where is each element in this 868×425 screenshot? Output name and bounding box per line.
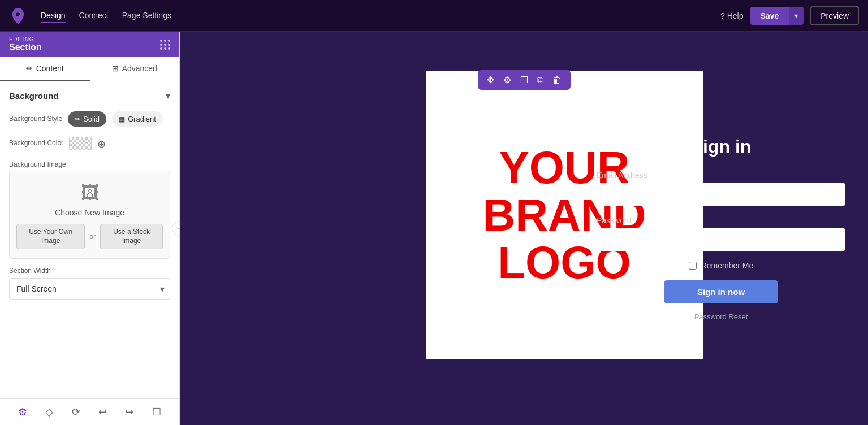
pencil-icon: ✏ (26, 64, 33, 73)
section-width-select[interactable]: Full Screen Fixed Width Content Width (9, 278, 170, 300)
remember-checkbox[interactable] (689, 262, 697, 270)
password-input[interactable] (597, 228, 845, 251)
save-group: Save ▾ (750, 7, 804, 25)
signin-panel: Sign in Email Address Password Remember … (574, 32, 868, 425)
color-picker-icon[interactable]: ⊕ (97, 138, 109, 149)
use-stock-image-button[interactable]: Use a Stock Image (100, 224, 163, 249)
save-button[interactable]: Save (750, 7, 789, 25)
tab-content-label: Content (36, 64, 64, 73)
grid-icon: ⊞ (112, 64, 119, 73)
top-nav: Design Connect Page Settings ? Help Save… (0, 0, 868, 32)
section-width-select-wrapper: Full Screen Fixed Width Content Width ▾ (9, 278, 170, 300)
editing-section-title: Section (9, 42, 42, 53)
color-swatch[interactable] (69, 137, 92, 150)
sidebar: EDITING: Section ✏ Content ⊞ Advanced (0, 32, 180, 425)
nav-links: Design Connect Page Settings (41, 8, 171, 23)
tab-content[interactable]: ✏ Content (0, 57, 90, 81)
settings-toolbar-button[interactable]: ⚙ (500, 73, 515, 86)
background-section-heading[interactable]: Background ▾ (0, 81, 179, 108)
background-style-label: Background Style (9, 115, 62, 124)
nav-page-settings[interactable]: Page Settings (122, 8, 171, 23)
settings-footer-icon[interactable]: ⚙ (18, 406, 27, 418)
duplicate-toolbar-button[interactable]: ⧉ (534, 73, 547, 86)
remember-label: Remember Me (701, 261, 754, 270)
gradient-style-button[interactable]: ▦ Gradient (112, 111, 163, 127)
background-style-row: Background Style ✏ Solid ▦ Gradient (0, 108, 179, 130)
save-template-toolbar-button[interactable]: ❐ (517, 73, 532, 86)
editing-header: EDITING: Section (0, 32, 179, 57)
image-upload-box[interactable]: 🖼 Choose New Image Use Your Own Image or… (9, 171, 170, 259)
or-text: or (89, 233, 96, 241)
logo-icon (9, 7, 27, 25)
password-form-group: Password (597, 216, 845, 251)
brush-icon: ✏ (75, 115, 80, 123)
password-label: Password (597, 216, 845, 225)
nav-connect[interactable]: Connect (79, 8, 109, 23)
gradient-label: Gradient (128, 115, 156, 123)
nav-design[interactable]: Design (41, 8, 66, 23)
sidebar-content: Background ▾ Background Style ✏ Solid ▦ … (0, 81, 179, 398)
email-input[interactable] (597, 183, 845, 206)
canvas-area: ✥ ⚙ ❐ ⧉ 🗑 YOUR BRAND LOGO Sign in Email … (180, 32, 868, 425)
password-reset-link[interactable]: Password Reset (694, 313, 748, 321)
editing-label: EDITING: (9, 36, 42, 42)
mobile-footer-icon[interactable]: ☐ (152, 406, 161, 418)
undo-footer-icon[interactable]: ↩ (98, 406, 107, 418)
signin-title: Sign in (691, 136, 752, 157)
tab-advanced-label: Advanced (122, 64, 157, 73)
preview-button[interactable]: Preview (810, 6, 859, 25)
sidebar-footer: ⚙ ◇ ⟳ ↩ ↪ ☐ (0, 398, 179, 425)
email-form-group: Email Address (597, 171, 845, 206)
background-color-label: Background Color (9, 139, 63, 148)
choose-image-text: Choose New Image (55, 208, 124, 217)
nav-right: ? Help Save ▾ Preview (720, 6, 859, 25)
image-placeholder-icon: 🖼 (81, 183, 99, 203)
solid-style-button[interactable]: ✏ Solid (68, 111, 106, 127)
chevron-down-icon: ▾ (166, 90, 170, 101)
delete-toolbar-button[interactable]: 🗑 (549, 73, 565, 86)
dots-grid-icon[interactable] (160, 40, 170, 50)
use-own-image-button[interactable]: Use Your Own Image (16, 224, 85, 249)
email-label: Email Address (597, 171, 845, 180)
main-area: EDITING: Section ✏ Content ⊞ Advanced (0, 32, 868, 425)
background-image-label: Background Image (0, 157, 179, 171)
editing-info: EDITING: Section (9, 36, 42, 53)
background-heading-text: Background (9, 91, 59, 101)
solid-label: Solid (83, 115, 100, 123)
history-footer-icon[interactable]: ⟳ (72, 406, 80, 418)
save-dropdown-button[interactable]: ▾ (789, 7, 804, 25)
section-toolbar: ✥ ⚙ ❐ ⧉ 🗑 (478, 70, 571, 90)
background-color-row: Background Color ⊕ (0, 133, 179, 154)
sidebar-tabs: ✏ Content ⊞ Advanced (0, 57, 179, 81)
remember-row: Remember Me (689, 261, 754, 270)
signin-now-button[interactable]: Sign in now (664, 280, 778, 303)
tab-advanced[interactable]: ⊞ Advanced (90, 57, 180, 81)
move-toolbar-button[interactable]: ✥ (483, 73, 498, 86)
help-button[interactable]: ? Help (720, 11, 744, 20)
image-btn-row: Use Your Own Image or Use a Stock Image (16, 224, 163, 249)
layers-footer-icon[interactable]: ◇ (45, 406, 53, 418)
help-label: Help (727, 11, 744, 20)
gradient-icon: ▦ (119, 115, 125, 123)
help-icon: ? (720, 11, 725, 20)
redo-footer-icon[interactable]: ↪ (125, 406, 133, 418)
section-width-label: Section Width (0, 259, 179, 278)
